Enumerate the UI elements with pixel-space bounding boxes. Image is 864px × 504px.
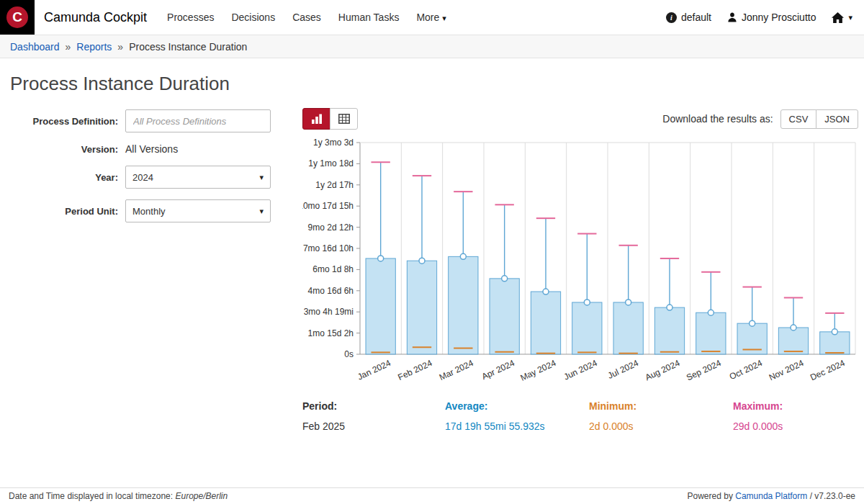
download-label: Download the results as:	[662, 113, 773, 125]
svg-text:1y 2d 17h: 1y 2d 17h	[315, 180, 354, 190]
timezone-value: Europe/Berlin	[175, 491, 228, 501]
chevron-down-icon: ▾	[442, 14, 446, 22]
main-nav: Processes Decisions Cases Human Tasks Mo…	[167, 12, 446, 23]
user-name: Jonny Prosciutto	[742, 12, 816, 23]
average-label: Average:	[445, 400, 589, 412]
svg-text:0s: 0s	[344, 349, 354, 359]
chevron-down-icon: ▾	[848, 13, 852, 22]
nav-item-more[interactable]: More ▾	[416, 12, 446, 23]
svg-text:1y 3mo 3d: 1y 3mo 3d	[313, 138, 354, 148]
platform-version: / v7.23.0-ee	[810, 491, 855, 501]
svg-text:Aug 2024: Aug 2024	[644, 358, 682, 383]
main-content: Process Instance Duration Process Defini…	[0, 73, 864, 432]
maximum-label: Maximum:	[733, 400, 858, 412]
breadcrumb: Dashboard » Reports » Process Instance D…	[0, 35, 864, 58]
nav-item-decisions[interactable]: Decisions	[231, 12, 275, 23]
home-menu[interactable]: ▾	[832, 12, 852, 23]
svg-text:Mar 2024: Mar 2024	[438, 358, 475, 382]
svg-text:Dec 2024: Dec 2024	[809, 358, 847, 383]
top-navbar: C Camunda Cockpit Processes Decisions Ca…	[0, 0, 864, 35]
nav-item-cases[interactable]: Cases	[292, 12, 321, 23]
svg-text:1y 1mo 18d: 1y 1mo 18d	[308, 158, 354, 168]
svg-text:10mo 17d 15h: 10mo 17d 15h	[302, 201, 354, 211]
app-title: Camunda Cockpit	[44, 10, 147, 25]
camunda-logo-icon: C	[6, 6, 28, 28]
version-value: All Versions	[125, 143, 178, 155]
navbar-right: i default Jonny Prosciutto ▾	[666, 12, 864, 23]
period-unit-label: Period Unit:	[10, 206, 125, 217]
chart-section: Download the results as: CSV JSON 0s1mo …	[298, 108, 858, 432]
chart-toolbar: Download the results as: CSV JSON	[302, 108, 858, 130]
summary-average: Average: 17d 19h 55mi 55.932s	[445, 400, 589, 432]
svg-text:Feb 2024: Feb 2024	[396, 358, 433, 382]
engine-select[interactable]: i default	[666, 12, 711, 23]
process-definition-label: Process Definition:	[10, 116, 125, 127]
svg-text:Oct 2024: Oct 2024	[728, 358, 764, 382]
svg-text:4mo 16d 6h: 4mo 16d 6h	[308, 286, 354, 296]
summary-minimum: Minimum: 2d 0.000s	[589, 400, 733, 432]
footer: Date and Time displayed in local timezon…	[0, 487, 864, 504]
nav-item-processes[interactable]: Processes	[167, 12, 214, 23]
summary-period: Period: Feb 2025	[302, 400, 445, 432]
home-icon	[832, 12, 844, 23]
timezone-prefix: Date and Time displayed in local timezon…	[9, 491, 173, 501]
bar-chart-icon	[311, 114, 323, 124]
download-button-group: CSV JSON	[780, 109, 858, 129]
report-filter-form: Process Definition: Version: All Version…	[10, 108, 298, 233]
page-title: Process Instance Duration	[10, 73, 854, 95]
info-icon: i	[666, 12, 677, 23]
svg-text:7mo 16d 10h: 7mo 16d 10h	[303, 243, 354, 253]
svg-text:6mo 1d 8h: 6mo 1d 8h	[312, 264, 354, 274]
download-area: Download the results as: CSV JSON	[662, 109, 858, 129]
svg-text:Apr 2024: Apr 2024	[480, 358, 516, 382]
svg-text:Jul 2024: Jul 2024	[606, 358, 640, 381]
user-menu[interactable]: Jonny Prosciutto	[727, 12, 816, 23]
process-definition-input[interactable]	[125, 109, 271, 132]
period-label: Period:	[302, 400, 445, 412]
minimum-label: Minimum:	[589, 400, 733, 412]
breadcrumb-dashboard[interactable]: Dashboard	[10, 41, 60, 53]
breadcrumb-current: Process Instance Duration	[129, 41, 247, 53]
summary-maximum: Maximum: 29d 0.000s	[733, 400, 858, 432]
svg-text:Nov 2024: Nov 2024	[768, 358, 806, 383]
year-select[interactable]: 2024	[125, 166, 271, 189]
svg-text:3mo 4h 19mi: 3mo 4h 19mi	[304, 307, 354, 317]
svg-text:1mo 15d 2h: 1mo 15d 2h	[308, 328, 354, 338]
logo-letter: C	[12, 9, 22, 25]
table-view-button[interactable]	[330, 108, 358, 130]
nav-item-human-tasks[interactable]: Human Tasks	[338, 12, 400, 23]
duration-chart: 0s1mo 15d 2h3mo 4h 19mi4mo 16d 6h6mo 1d …	[302, 134, 858, 393]
powered-by: Powered by Camunda Platform / v7.23.0-ee	[688, 491, 855, 501]
period-value: Feb 2025	[302, 420, 445, 432]
camunda-logo[interactable]: C	[0, 0, 35, 35]
breadcrumb-reports[interactable]: Reports	[76, 41, 112, 53]
nav-more-label: More	[416, 12, 439, 23]
svg-text:9mo 2d 12h: 9mo 2d 12h	[308, 222, 354, 233]
svg-text:Jan 2024: Jan 2024	[356, 358, 392, 382]
breadcrumb-separator: »	[66, 41, 71, 53]
svg-text:Jun 2024: Jun 2024	[562, 358, 599, 382]
breadcrumb-separator: »	[117, 41, 123, 53]
view-toggle-group	[302, 108, 358, 130]
camunda-platform-link[interactable]: Camunda Platform	[735, 491, 807, 501]
maximum-value: 29d 0.000s	[733, 420, 858, 432]
svg-text:May 2024: May 2024	[519, 358, 558, 383]
engine-name: default	[681, 12, 711, 23]
year-label: Year:	[10, 172, 125, 183]
period-unit-select[interactable]: Monthly	[125, 199, 271, 222]
download-json-button[interactable]: JSON	[816, 109, 858, 129]
user-icon	[727, 12, 737, 22]
version-label: Version:	[10, 144, 125, 155]
powered-prefix: Powered by	[688, 491, 733, 501]
svg-text:Sep 2024: Sep 2024	[685, 358, 723, 383]
table-icon	[338, 114, 350, 124]
timezone-note: Date and Time displayed in local timezon…	[9, 491, 228, 501]
average-value: 17d 19h 55mi 55.932s	[445, 420, 589, 432]
minimum-value: 2d 0.000s	[589, 420, 733, 432]
chart-view-button[interactable]	[302, 108, 330, 130]
download-csv-button[interactable]: CSV	[780, 109, 817, 129]
report-summary: Period: Feb 2025 Average: 17d 19h 55mi 5…	[302, 400, 858, 432]
